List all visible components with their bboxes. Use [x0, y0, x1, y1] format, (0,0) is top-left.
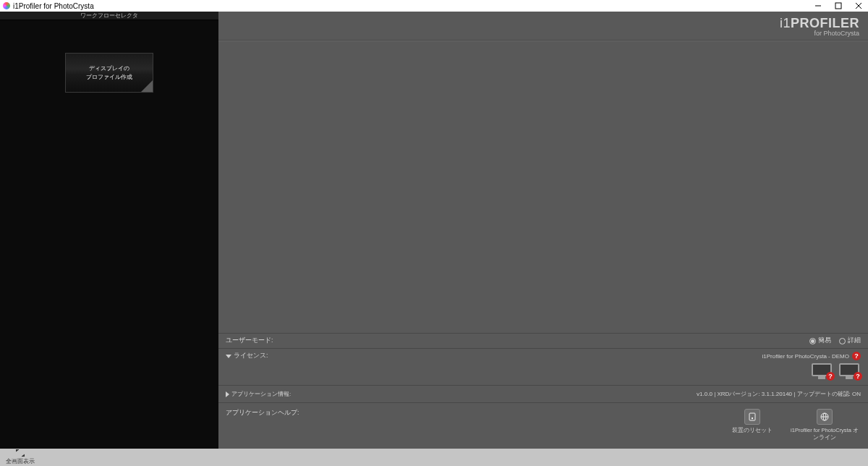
license-section: ライセンス: i1Profiler for PhotoCrysta - DEMO… — [218, 348, 868, 385]
license-monitor-2[interactable]: ? — [838, 363, 861, 382]
help-label: アプリケーションヘルプ: — [226, 409, 299, 418]
window-titlebar: i1Profiler for PhotoCrysta — [0, 0, 868, 12]
workflow-line2: プロファイル作成 — [86, 73, 132, 82]
user-mode-simple-label: 簡易 — [818, 336, 831, 345]
help-section: アプリケーションヘルプ: 装置のリセット i1Profiler for Phot… — [218, 402, 868, 449]
help-badge-icon: ? — [826, 372, 835, 381]
svg-rect-1 — [835, 3, 841, 9]
content-area — [218, 41, 868, 333]
app-icon — [3, 2, 10, 9]
globe-icon — [817, 409, 833, 425]
fullscreen-button[interactable]: 全画面表示 — [6, 449, 35, 465]
user-mode-label: ユーザーモード: — [226, 336, 273, 345]
device-reset-icon — [744, 409, 760, 425]
user-mode-row: ユーザーモード: 簡易 詳細 — [218, 333, 868, 348]
license-toggle[interactable]: ライセンス: — [226, 352, 268, 360]
workflow-display-profile-button[interactable]: ディスプレイの プロファイル作成 — [65, 53, 153, 93]
window-title: i1Profiler for PhotoCrysta — [13, 2, 94, 10]
license-monitor-1[interactable]: ? — [810, 363, 833, 382]
fullscreen-label: 全画面表示 — [6, 457, 35, 465]
user-mode-simple-radio[interactable] — [809, 338, 816, 344]
user-mode-detail-radio[interactable] — [839, 338, 846, 344]
chevron-right-icon — [226, 391, 229, 397]
window-minimize-button[interactable] — [812, 1, 825, 11]
logo-prefix: i1 — [780, 16, 791, 30]
sidebar-header: ワークフローセレクタ — [0, 12, 218, 20]
help-device-reset-button[interactable]: 装置のリセット — [716, 409, 788, 434]
app-info-label: アプリケーション情報: — [231, 390, 291, 398]
help-badge-icon: ? — [854, 372, 862, 381]
product-logo: i1PROFILER for PhotoCrysta — [780, 16, 859, 37]
workflow-line1: ディスプレイの — [89, 64, 129, 73]
help-online-button[interactable]: i1Profiler for PhotoCrysta オンライン — [788, 409, 861, 441]
license-help-icon[interactable]: ? — [852, 352, 861, 360]
help-item-label: 装置のリセット — [732, 427, 773, 434]
sidebar: ワークフローセレクタ ディスプレイの プロファイル作成 — [0, 12, 218, 449]
main-panel: i1PROFILER for PhotoCrysta ユーザーモード: 簡易 詳… — [218, 12, 868, 449]
license-status: i1Profiler for PhotoCrysta - DEMO — [762, 353, 849, 360]
svg-rect-4 — [749, 413, 755, 420]
logo-main: PROFILER — [791, 16, 859, 30]
help-item-label: i1Profiler for PhotoCrysta オンライン — [788, 427, 861, 441]
license-label: ライセンス: — [234, 352, 268, 360]
app-info-detail: v1.0.0 | XRDバージョン: 3.1.1.20140 | アップデートの… — [697, 390, 861, 398]
status-bar: 全画面表示 — [0, 449, 868, 466]
window-maximize-button[interactable] — [832, 1, 845, 11]
fullscreen-icon — [16, 449, 25, 457]
svg-point-5 — [752, 418, 753, 419]
chevron-down-icon — [226, 355, 231, 358]
user-mode-detail-label: 詳細 — [848, 336, 861, 345]
window-close-button[interactable] — [852, 1, 865, 11]
app-info-toggle[interactable]: アプリケーション情報: — [226, 390, 291, 398]
app-info-section: アプリケーション情報: v1.0.0 | XRDバージョン: 3.1.1.201… — [218, 385, 868, 402]
